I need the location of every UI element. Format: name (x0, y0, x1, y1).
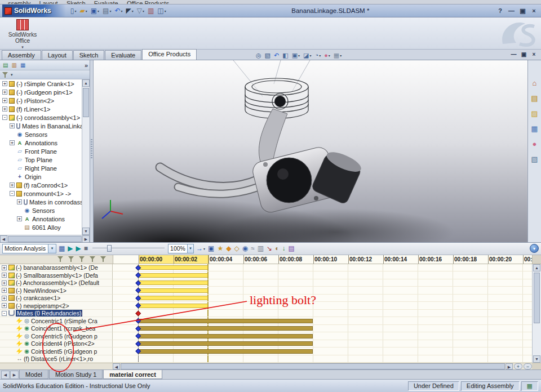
motion-tree-cell[interactable]: ◎Concentric5 (rGudgeon p (0, 332, 113, 340)
animation-wizard-icon[interactable]: ★ (216, 243, 224, 253)
timeline-vscrollbar[interactable]: ▲ ▼ (532, 264, 541, 363)
timeline-hscrollbar[interactable]: ◀ ▶ (113, 363, 513, 369)
timeline-bar[interactable] (138, 265, 208, 270)
motion-tree-cell[interactable]: ◉Coincident4 (rPiston<2> (0, 340, 113, 348)
feature-tree-item[interactable]: -(-) conrodassembly<1> (0, 113, 82, 122)
expand-icon[interactable]: + (2, 265, 7, 270)
feature-tree-item[interactable]: -rconmount<1> -> (0, 189, 82, 198)
collapse-icon[interactable]: - (2, 115, 7, 120)
gravity-icon[interactable]: ↓ (281, 243, 286, 253)
doc-close-button[interactable]: × (530, 50, 538, 59)
open-icon[interactable]: ▰▾ (78, 6, 88, 16)
timeline-bar[interactable] (138, 288, 208, 293)
collapse-motionmanager-icon[interactable]: ▾ (530, 244, 539, 253)
tab-assembly[interactable]: Assembly (2, 50, 41, 60)
save-animation-icon[interactable]: ▣ (207, 243, 215, 253)
expand-icon[interactable]: + (10, 140, 15, 145)
3d-viewport[interactable] (94, 60, 527, 242)
feature-tree-item[interactable]: ◉Sensors (0, 130, 82, 139)
scroll-left-icon[interactable]: ◀ (113, 363, 120, 369)
collapse-icon[interactable]: - (2, 311, 7, 316)
select-icon[interactable]: ◤▾ (125, 6, 134, 16)
featuremanager-tab-icon[interactable]: ▤ (2, 60, 9, 70)
apply-scene-icon[interactable]: ▦▾ (332, 50, 343, 60)
tab-layout[interactable]: Layout (42, 50, 73, 60)
timeline-bar[interactable] (138, 296, 208, 300)
splitter-grip[interactable] (91, 139, 92, 158)
slider-thumb[interactable] (107, 245, 112, 252)
playback-mode-icon[interactable]: →▾ (195, 243, 206, 253)
damper-icon[interactable]: ▥ (256, 243, 265, 253)
feature-tree-item[interactable]: +Origin (0, 172, 82, 181)
undo-icon[interactable]: ↶▾ (113, 6, 123, 16)
scrollbar-thumb[interactable] (121, 363, 505, 369)
save-icon[interactable]: ▣▾ (90, 6, 100, 16)
selection-filter-icon[interactable]: ▽▾ (136, 6, 145, 16)
feature-tree-item[interactable]: +(f) raConrod<1> (0, 181, 82, 189)
force-icon[interactable]: ↘ (265, 243, 273, 253)
study-type-select[interactable]: Motion Analysis ▾ (2, 244, 56, 253)
motion-tree-cell[interactable]: ◉Coincident1 (rcrank_bea (0, 325, 113, 333)
expand-icon[interactable]: + (17, 199, 22, 204)
motion-tree-cell[interactable]: ↔(f) Distance5 (rLiner<1>,ro (0, 355, 113, 363)
new-document-icon[interactable]: ▯▾ (69, 6, 78, 16)
zoom-to-area-icon[interactable]: ▧ (264, 50, 272, 60)
motion-row[interactable]: +(-) Smallbarassembly<1> (Defa (0, 271, 532, 279)
motion-tree-cell[interactable]: +(-) bananabarassembly<1> (De (0, 264, 113, 272)
expand-icon[interactable]: + (2, 288, 7, 293)
feature-tree-hscrollbar[interactable]: ◀ ▶ (0, 235, 90, 242)
feature-tree-item[interactable]: +(-) rGudgeon pin<1> (0, 88, 82, 96)
tab-sketch[interactable]: Sketch (73, 50, 105, 60)
motion-row[interactable]: +(-) NewWindow<1> (0, 287, 532, 295)
motion-row[interactable]: ◎Concentric1 (rSimple Cra (0, 317, 532, 325)
play-icon[interactable]: ▶ (75, 243, 82, 253)
expand-icon[interactable]: + (2, 98, 7, 103)
motion-tree-cell[interactable]: ◉Coincident5 (rGudgeon p (0, 348, 113, 355)
feature-tree-item[interactable]: +Mates in BananaLinkage (0, 122, 82, 130)
zoom-to-fit-icon[interactable]: ◎ (255, 50, 263, 60)
keyframe-diamond[interactable] (136, 310, 141, 315)
edit-appearance-icon[interactable]: ●▾ (323, 50, 331, 60)
timeline-track[interactable] (113, 287, 532, 295)
solidworks-office-button[interactable]: SolidWorks Office ▾ (5, 19, 41, 50)
scrollbar-thumb[interactable] (8, 236, 82, 242)
display-panes-icon[interactable]: ◫▾ (156, 6, 167, 16)
display-style-icon[interactable]: ◪▾ (302, 50, 312, 60)
tab-material-correct[interactable]: material correct (103, 370, 162, 379)
motion-tree-cell[interactable]: ◎Concentric1 (rSimple Cra (0, 317, 113, 325)
motion-row[interactable]: ◉Coincident4 (rPiston<2> (0, 340, 532, 348)
motion-tree-cell[interactable]: +(-) crankcase<1> (0, 295, 113, 302)
stop-icon[interactable]: ■ (83, 243, 89, 253)
filter-selected-icon[interactable] (90, 256, 96, 262)
timeline-track[interactable] (113, 310, 532, 318)
print-icon[interactable]: ▤▾ (101, 6, 112, 16)
motion-tree-cell[interactable]: -Mates (0 Redundancies) (0, 310, 113, 318)
add-key-icon[interactable]: ◇ (233, 243, 240, 253)
restore-button[interactable]: ▣ (518, 7, 527, 15)
auto-key-icon[interactable]: ◆ (225, 243, 232, 253)
filter-all-icon[interactable] (57, 256, 64, 262)
feature-tree-item[interactable]: +AAnnotations (0, 139, 82, 147)
feature-tree-item[interactable]: +(-) rSimple Crank<1> (0, 79, 82, 88)
scrollbar-thumb[interactable] (83, 88, 89, 117)
close-button[interactable]: × (529, 6, 539, 15)
minimize-button[interactable]: — (507, 6, 516, 15)
combo-caret-icon[interactable]: ▾ (187, 244, 193, 253)
motion-row[interactable]: ◉Coincident5 (rGudgeon p (0, 348, 532, 355)
filter-animated-icon[interactable] (68, 256, 75, 262)
filter-results-icon[interactable] (100, 256, 107, 262)
timeline-track[interactable] (113, 302, 532, 310)
timeline-bar[interactable] (138, 273, 208, 278)
timeline-track[interactable] (113, 332, 532, 340)
calculate-icon[interactable]: ▦ (57, 243, 66, 253)
timeline-zoom-in-icon[interactable]: + (514, 363, 522, 369)
motion-row[interactable]: +(-) newpiperamp<2> (0, 302, 532, 310)
motion-row[interactable]: +(-) Anchorassembly<1> (Default (0, 279, 532, 287)
timeline-bar[interactable] (138, 341, 313, 346)
expand-icon[interactable]: + (2, 303, 7, 308)
motion-tree-cell[interactable]: +(-) NewWindow<1> (0, 287, 113, 295)
doc-restore-button[interactable]: ▣ (520, 50, 528, 59)
doc-minimize-button[interactable]: — (509, 50, 518, 59)
feature-tree-item[interactable]: ▱Right Plane (0, 164, 82, 172)
feature-tree-item[interactable]: +(-) rPiston<2> (0, 96, 82, 105)
